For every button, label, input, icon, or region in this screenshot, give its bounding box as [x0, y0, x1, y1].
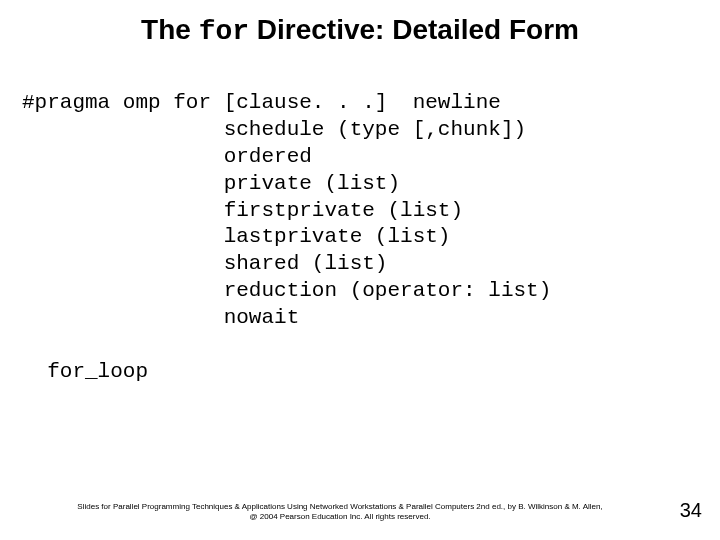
- footer-text: Slides for Parallel Programming Techniqu…: [40, 502, 640, 522]
- slide-title: The for Directive: Detailed Form: [0, 14, 720, 47]
- code-line-5: firstprivate (list): [22, 199, 463, 222]
- code-line-7: shared (list): [22, 252, 387, 275]
- title-mono: for: [199, 16, 249, 47]
- code-line-3: ordered: [22, 145, 312, 168]
- footer-line-2: @ 2004 Pearson Education Inc. All rights…: [249, 512, 430, 521]
- code-line-11: for_loop: [22, 360, 148, 383]
- slide: The for Directive: Detailed Form #pragma…: [0, 0, 720, 540]
- footer-line-1: Slides for Parallel Programming Techniqu…: [77, 502, 602, 511]
- title-suffix: Directive: Detailed Form: [249, 14, 579, 45]
- code-line-9: nowait: [22, 306, 299, 329]
- code-line-6: lastprivate (list): [22, 225, 450, 248]
- code-line-4: private (list): [22, 172, 400, 195]
- code-block: #pragma omp for [clause. . .] newline sc…: [22, 90, 551, 386]
- page-number: 34: [680, 499, 702, 522]
- code-line-1: #pragma omp for [clause. . .] newline: [22, 91, 501, 114]
- code-line-2: schedule (type [,chunk]): [22, 118, 526, 141]
- title-prefix: The: [141, 14, 199, 45]
- code-line-8: reduction (operator: list): [22, 279, 551, 302]
